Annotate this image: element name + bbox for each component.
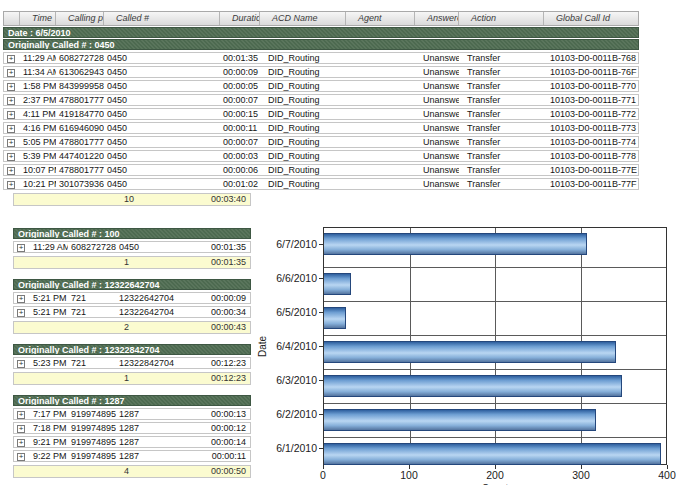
x-tick-label: 100	[400, 469, 418, 481]
cell-time: 11:34 AM	[20, 67, 56, 77]
summary-spacer	[14, 322, 30, 333]
expand-icon[interactable]: +	[7, 97, 15, 105]
cell-acd_name: DID_Routing	[260, 165, 346, 175]
cell-duration: 00:01:35	[196, 242, 250, 252]
summary-duration: 00:03:40	[196, 194, 250, 205]
table-row: +5:21 PM7211232264270400:00:09	[13, 292, 251, 304]
expand-cell: +	[4, 165, 20, 175]
cell-time: 5:21 PM	[30, 293, 68, 303]
expand-icon[interactable]: +	[7, 181, 15, 189]
cell-action: Transfer	[459, 109, 544, 119]
cell-calling_party: 9199748952	[68, 437, 116, 447]
main-group-rows: +11:29 AM6082727287045000:01:35DID_Routi…	[3, 52, 639, 190]
cell-duration: 00:01:02	[220, 179, 260, 189]
cell-acd_name: DID_Routing	[260, 95, 346, 105]
y-axis-title: Date	[255, 227, 269, 465]
table-row: +10:07 PM4788017770045000:00:06DID_Routi…	[3, 164, 639, 176]
cell-called: 12322642704	[116, 307, 196, 317]
expand-icon[interactable]: +	[7, 83, 15, 91]
cell-called: 1287	[116, 451, 196, 461]
cell-time: 9:22 PM	[30, 451, 68, 461]
column-header-called[interactable]: Called #	[104, 12, 220, 25]
column-header-answered[interactable]: Answered	[415, 12, 459, 25]
expand-cell: +	[4, 81, 20, 91]
plot-area	[323, 227, 667, 465]
expand-icon[interactable]: +	[17, 309, 25, 317]
expand-icon[interactable]: +	[17, 295, 25, 303]
cell-time: 5:23 PM	[30, 358, 68, 368]
cell-calling_party: 4788017770	[56, 95, 104, 105]
expand-icon[interactable]: +	[7, 139, 15, 147]
y-axis-label: 6/4/2010	[269, 329, 323, 363]
cell-duration: 00:00:11	[196, 451, 250, 461]
group-header-bar: Originally Called # : 100	[13, 228, 251, 239]
cell-global_call_id: 10103-D0-0011B-774	[544, 137, 638, 147]
column-header-global-call-id[interactable]: Global Call Id	[544, 12, 638, 25]
summary-spacer	[14, 466, 30, 477]
chart-bar	[324, 307, 346, 329]
cell-time: 2:37 PM	[20, 95, 56, 105]
cell-calling_party: 4474012204	[56, 151, 104, 161]
cell-global_call_id: 10103-D0-0011B-770	[544, 81, 638, 91]
y-tick-label: 6/5/2010	[276, 306, 317, 318]
cell-time: 4:16 PM	[20, 123, 56, 133]
expand-icon[interactable]: +	[17, 411, 25, 419]
cell-action: Transfer	[459, 137, 544, 147]
expand-icon[interactable]: +	[7, 125, 15, 133]
cell-time: 5:39 PM	[20, 151, 56, 161]
cell-calling_party: 8439999581	[56, 81, 104, 91]
cell-called: 0450	[104, 53, 220, 63]
cell-called: 1287	[116, 409, 196, 419]
column-header-calling-party[interactable]: Calling party #	[56, 12, 104, 25]
cell-answered: Unanswered	[415, 123, 459, 133]
expand-icon[interactable]: +	[7, 167, 15, 175]
cell-calling_party: 9199748952	[68, 423, 116, 433]
expand-icon[interactable]: +	[17, 244, 25, 252]
cell-acd_name: DID_Routing	[260, 81, 346, 91]
table-row: +10:21 PM3010739363045000:01:02DID_Routi…	[3, 178, 639, 190]
expand-icon[interactable]: +	[7, 153, 15, 161]
expand-cell: +	[14, 409, 30, 419]
cell-time: 10:21 PM	[20, 179, 56, 189]
column-header-agent[interactable]: Agent	[346, 12, 415, 25]
cell-calling_party: 3010739363	[56, 179, 104, 189]
cell-answered: Unanswered	[415, 109, 459, 119]
cell-duration: 00:01:35	[220, 53, 260, 63]
table-row: +5:21 PM7211232264270400:00:34	[13, 306, 251, 318]
column-header-action[interactable]: Action	[459, 12, 544, 25]
cell-global_call_id: 10103-D0-0011B-772	[544, 109, 638, 119]
cell-agent	[346, 81, 415, 91]
table-row: +11:29 AM6082727287045000:01:35DID_Routi…	[3, 52, 639, 64]
expand-icon[interactable]: +	[7, 69, 15, 77]
cell-duration: 00:00:34	[196, 307, 250, 317]
expand-icon[interactable]: +	[17, 439, 25, 447]
y-axis-label: 6/5/2010	[269, 295, 323, 329]
summary-count: 1	[116, 257, 196, 268]
cell-calling_party: 6082727287	[56, 53, 104, 63]
y-axis-label: 6/1/2010	[269, 431, 323, 465]
expand-cell: +	[4, 137, 20, 147]
expand-column-header	[4, 12, 20, 25]
y-tick-label: 6/7/2010	[276, 238, 317, 250]
cell-answered: Unanswered	[415, 81, 459, 91]
expand-icon[interactable]: +	[17, 360, 25, 368]
summary-spacer	[14, 373, 30, 384]
column-header-acd-name[interactable]: ACD Name	[260, 12, 346, 25]
expand-icon[interactable]: +	[7, 55, 15, 63]
cell-called: 0450	[104, 67, 220, 77]
table-row: +5:39 PM4474012204045000:00:03DID_Routin…	[3, 150, 639, 162]
cell-duration: 00:00:07	[220, 95, 260, 105]
summary-count: 2	[116, 322, 196, 333]
expand-icon[interactable]: +	[17, 425, 25, 433]
expand-icon[interactable]: +	[17, 453, 25, 461]
column-header-time[interactable]: Time	[20, 12, 56, 25]
column-header-duration[interactable]: Duration	[220, 12, 260, 25]
cell-called: 0450	[104, 151, 220, 161]
table-header-row: TimeCalling party #Called #DurationACD N…	[3, 11, 639, 26]
summary-duration: 00:01:35	[196, 257, 250, 268]
cell-time: 10:07 PM	[20, 165, 56, 175]
cell-called: 12322842704	[116, 358, 196, 368]
expand-icon[interactable]: +	[7, 111, 15, 119]
table-row: +5:05 PM4788017770045000:00:07DID_Routin…	[3, 136, 639, 148]
summary-spacer	[68, 322, 116, 333]
